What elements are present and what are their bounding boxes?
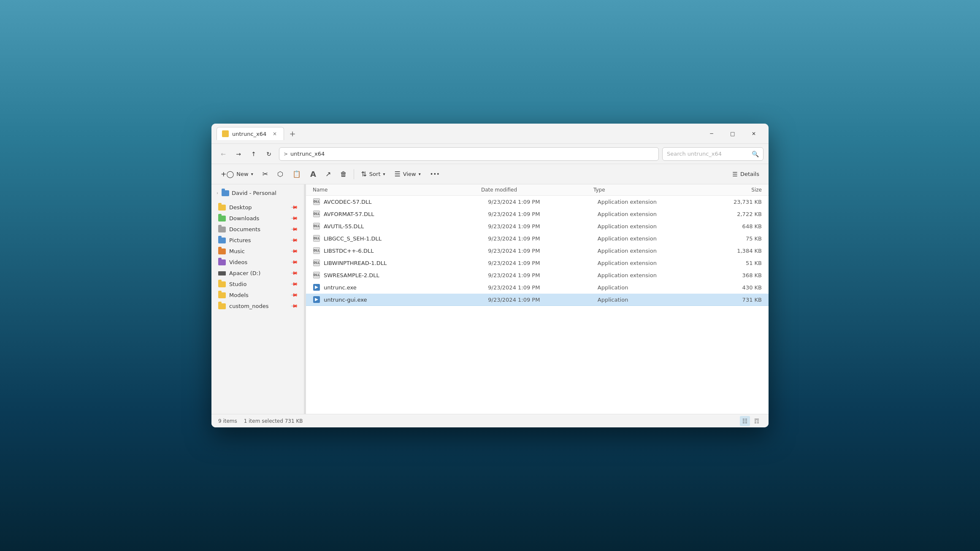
paste-icon: 📋 <box>292 170 301 178</box>
table-row[interactable]: DLL SWRESAMPLE-2.DLL 9/23/2024 1:09 PM A… <box>306 269 769 281</box>
sidebar-item-apacer[interactable]: Apacer (D:) 📌 <box>213 268 302 278</box>
file-name: LIBGCC_S_SEH-1.DLL <box>324 235 488 242</box>
file-size: 2,722 KB <box>707 211 762 217</box>
search-icon[interactable]: 🔍 <box>752 151 759 157</box>
table-row[interactable]: DLL AVFORMAT-57.DLL 9/23/2024 1:09 PM Ap… <box>306 208 769 220</box>
more-button[interactable]: ••• <box>426 167 444 181</box>
file-name: AVFORMAT-57.DLL <box>324 211 488 217</box>
table-row[interactable]: DLL LIBGCC_S_SEH-1.DLL 9/23/2024 1:09 PM… <box>306 232 769 245</box>
sidebar-item-music[interactable]: Music 📌 <box>213 246 302 257</box>
view-button[interactable]: ☰ View ▾ <box>390 167 425 181</box>
back-button[interactable]: ← <box>217 147 230 161</box>
new-tab-button[interactable]: + <box>286 127 299 140</box>
share-button[interactable]: ↗ <box>321 167 335 181</box>
pin-icon: 📌 <box>290 203 298 211</box>
videos-folder-icon <box>218 259 226 265</box>
sidebar-item-videos[interactable]: Videos 📌 <box>213 257 302 267</box>
selection-info: 1 item selected 731 KB <box>244 418 303 424</box>
sidebar-item-custom-nodes[interactable]: custom_nodes 📌 <box>213 301 302 311</box>
sidebar-item-downloads[interactable]: Downloads 📌 <box>213 213 302 224</box>
sidebar-section-label: David - Personal <box>232 190 276 196</box>
column-header-size[interactable]: Size <box>706 187 762 193</box>
pin-icon: 📌 <box>290 225 298 233</box>
table-row[interactable]: DLL AVCODEC-57.DLL 9/23/2024 1:09 PM App… <box>306 196 769 208</box>
dll-icon: DLL <box>313 259 320 266</box>
cut-button[interactable]: ✂ <box>258 167 272 181</box>
table-row[interactable]: DLL LIBSTDC++-6.DLL 9/23/2024 1:09 PM Ap… <box>306 245 769 257</box>
file-type: Application extension <box>598 223 707 230</box>
delete-button[interactable]: 🗑 <box>336 167 351 181</box>
file-date: 9/23/2024 1:09 PM <box>488 297 598 303</box>
file-type: Application extension <box>598 211 707 217</box>
sidebar-item-label: Apacer (D:) <box>229 270 260 276</box>
file-size: 731 KB <box>707 297 762 303</box>
sidebar-item-models[interactable]: Models 📌 <box>213 290 302 300</box>
column-header-type[interactable]: Type <box>593 187 706 193</box>
address-chevron-icon: > <box>284 151 288 157</box>
details-label: Details <box>740 171 759 177</box>
dll-icon: DLL <box>313 223 320 230</box>
table-row[interactable]: untrunc.exe 9/23/2024 1:09 PM Applicatio… <box>306 281 769 294</box>
table-row[interactable]: untrunc-gui.exe 9/23/2024 1:09 PM Applic… <box>306 294 769 306</box>
rename-icon: A <box>310 170 316 178</box>
file-type: Application extension <box>598 272 707 278</box>
music-folder-icon <box>218 248 226 254</box>
copy-icon: ⬡ <box>277 170 283 178</box>
file-list-header: Name Date modified Type Size <box>306 184 769 196</box>
tab-close-button[interactable]: × <box>271 130 279 138</box>
file-icon <box>313 296 320 303</box>
file-size: 23,731 KB <box>707 199 762 205</box>
details-icon: ☰ <box>732 171 738 178</box>
new-button[interactable]: +◯ New ▾ <box>217 167 257 181</box>
sidebar-item-desktop[interactable]: Desktop 📌 <box>213 202 302 213</box>
copy-button[interactable]: ⬡ <box>273 167 287 181</box>
sidebar-item-pictures[interactable]: Pictures 📌 <box>213 235 302 246</box>
minimize-button[interactable]: ─ <box>702 127 721 140</box>
file-date: 9/23/2024 1:09 PM <box>488 272 598 278</box>
file-list: DLL AVCODEC-57.DLL 9/23/2024 1:09 PM App… <box>306 196 769 414</box>
pin-icon: 📌 <box>290 269 298 277</box>
view-toggle-group: ☷ ☶ <box>740 416 762 426</box>
address-text: untrunc_x64 <box>290 151 654 157</box>
sort-button[interactable]: ⇅ Sort ▾ <box>357 167 389 181</box>
file-date: 9/23/2024 1:09 PM <box>488 199 598 205</box>
paste-button[interactable]: 📋 <box>288 167 305 181</box>
sidebar-item-studio[interactable]: Studio 📌 <box>213 279 302 289</box>
status-bar: 9 items 1 item selected 731 KB ☷ ☶ <box>211 414 769 427</box>
details-button[interactable]: ☰ Details <box>728 169 763 179</box>
close-button[interactable]: ✕ <box>744 127 763 140</box>
file-date: 9/23/2024 1:09 PM <box>488 223 598 230</box>
sidebar-item-label: custom_nodes <box>229 303 269 309</box>
active-tab[interactable]: untrunc_x64 × <box>217 127 284 140</box>
sidebar-item-documents[interactable]: Documents 📌 <box>213 224 302 235</box>
sort-label: Sort <box>369 171 381 177</box>
search-bar[interactable]: Search untrunc_x64 🔍 <box>662 147 763 161</box>
forward-button[interactable]: → <box>232 147 245 161</box>
table-row[interactable]: DLL AVUTIL-55.DLL 9/23/2024 1:09 PM Appl… <box>306 220 769 232</box>
models-folder-icon <box>218 292 226 298</box>
file-icon: DLL <box>313 222 320 230</box>
refresh-button[interactable]: ↻ <box>262 147 276 161</box>
search-placeholder: Search untrunc_x64 <box>667 151 749 157</box>
rename-button[interactable]: A <box>306 167 320 181</box>
list-view-button[interactable]: ☷ <box>740 416 750 426</box>
sidebar-section-header[interactable]: › David - Personal <box>211 188 304 198</box>
column-header-date[interactable]: Date modified <box>481 187 593 193</box>
share-icon: ↗ <box>325 170 331 178</box>
file-icon: DLL <box>313 259 320 267</box>
collapse-arrow-icon: › <box>217 191 218 195</box>
maximize-button[interactable]: □ <box>723 127 742 140</box>
table-row[interactable]: DLL LIBWINPTHREAD-1.DLL 9/23/2024 1:09 P… <box>306 257 769 269</box>
file-icon: DLL <box>313 247 320 254</box>
title-bar: untrunc_x64 × + ─ □ ✕ <box>211 124 769 144</box>
file-name: AVUTIL-55.DLL <box>324 223 488 230</box>
address-bar[interactable]: > untrunc_x64 <box>279 147 659 161</box>
sidebar-item-label: Downloads <box>229 215 259 221</box>
sidebar-item-label: Documents <box>229 226 260 232</box>
grid-view-button[interactable]: ☶ <box>752 416 762 426</box>
file-size: 368 KB <box>707 272 762 278</box>
custom-nodes-folder-icon <box>218 303 226 309</box>
up-button[interactable]: ↑ <box>247 147 260 161</box>
delete-icon: 🗑 <box>340 170 347 178</box>
column-header-name[interactable]: Name <box>313 187 481 193</box>
